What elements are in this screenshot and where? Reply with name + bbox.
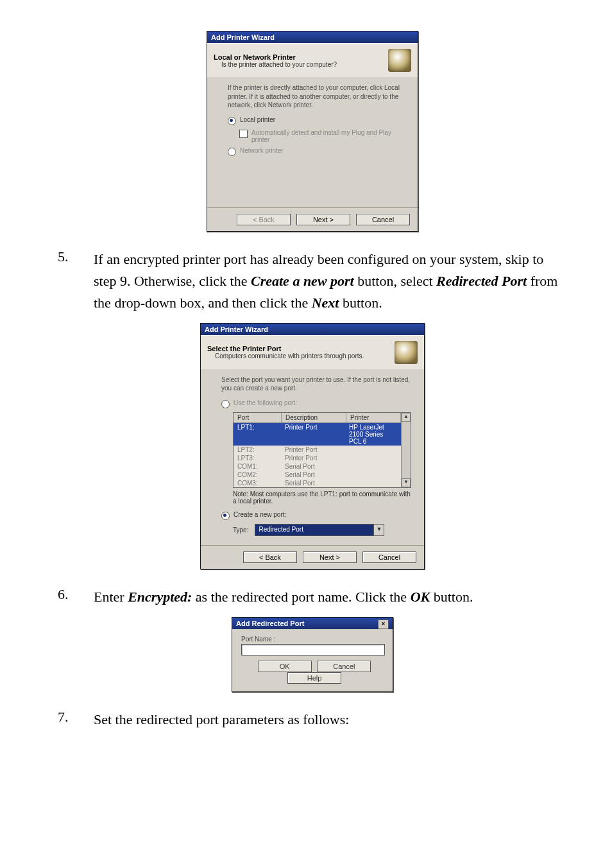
cancel-button[interactable]: Cancel xyxy=(356,214,410,225)
table-row[interactable]: COM1:Serial Port xyxy=(234,462,401,471)
step-text: If an encrypted printer port has already… xyxy=(94,248,567,314)
auto-detect-option[interactable]: Automatically detect and install my Plug… xyxy=(239,129,405,143)
help-button[interactable]: Help xyxy=(287,672,341,684)
step-number: 7. xyxy=(58,709,94,731)
add-printer-wizard-dialog-1: Add Printer Wizard Local or Network Prin… xyxy=(207,31,418,232)
step-6: 6. Enter Encrypted: as the redirected po… xyxy=(58,586,567,608)
step-number: 5. xyxy=(58,248,94,314)
port-table: Port Description Printer LPT1:Printer Po… xyxy=(233,412,411,488)
step-5: 5. If an encrypted printer port has alre… xyxy=(58,248,567,314)
col-description[interactable]: Description xyxy=(282,413,346,422)
step-text: Set the redirected port parameters as fo… xyxy=(94,709,567,731)
create-port-label: Create a new port: xyxy=(234,511,286,518)
header-title: Local or Network Printer xyxy=(214,53,388,61)
radio-network[interactable] xyxy=(228,148,236,156)
title-bar: Add Printer Wizard xyxy=(207,31,418,43)
back-button[interactable]: < Back xyxy=(237,214,291,225)
step-number: 6. xyxy=(58,586,94,608)
scrollbar[interactable]: ▲▼ xyxy=(401,413,411,487)
chevron-down-icon[interactable]: ▼ xyxy=(373,525,384,535)
table-row[interactable]: COM2:Serial Port xyxy=(234,471,401,479)
next-button[interactable]: Next > xyxy=(303,551,357,563)
port-type-combo[interactable]: Redirected Port ▼ xyxy=(255,524,384,536)
close-icon[interactable]: × xyxy=(378,620,389,629)
step-text: Enter Encrypted: as the redirected port … xyxy=(94,586,567,608)
intro-text: Select the port you want your printer to… xyxy=(221,376,411,393)
use-port-option[interactable]: Use the following port: xyxy=(221,399,411,408)
table-row[interactable]: LPT3:Printer Port xyxy=(234,454,401,462)
local-printer-option[interactable]: Local printer xyxy=(228,116,405,125)
note-text: Note: Most computers use the LPT1: port … xyxy=(233,490,411,505)
intro-text: If the printer is directly attached to y… xyxy=(228,83,405,110)
printer-icon xyxy=(388,49,411,72)
table-row[interactable]: COM3:Serial Port xyxy=(234,479,401,487)
port-name-input[interactable] xyxy=(241,644,385,655)
radio-local[interactable] xyxy=(228,117,236,125)
col-printer[interactable]: Printer xyxy=(346,413,401,422)
radio-use-port[interactable] xyxy=(221,400,230,408)
add-redirected-port-dialog: Add Redirected Port × Port Name : OK Can… xyxy=(232,617,393,692)
next-button[interactable]: Next > xyxy=(296,214,350,225)
col-port[interactable]: Port xyxy=(234,413,282,422)
scroll-down-icon[interactable]: ▼ xyxy=(402,478,411,487)
table-row[interactable]: LPT2:Printer Port xyxy=(234,446,401,454)
cancel-button[interactable]: Cancel xyxy=(317,661,371,672)
use-port-label: Use the following port: xyxy=(234,399,297,406)
dialog-header: Local or Network Printer Is the printer … xyxy=(207,43,418,77)
checkbox-auto[interactable] xyxy=(239,130,248,138)
network-printer-label: Network printer xyxy=(240,147,284,154)
title-bar: Add Printer Wizard xyxy=(201,324,424,335)
auto-detect-label: Automatically detect and install my Plug… xyxy=(251,129,405,143)
header-subtitle: Is the printer attached to your computer… xyxy=(214,61,388,68)
radio-create-port[interactable] xyxy=(221,512,230,520)
back-button[interactable]: < Back xyxy=(243,551,297,563)
title-bar: Add Redirected Port × xyxy=(232,618,393,629)
table-row[interactable]: LPT1:Printer PortHP LaserJet 2100 Series… xyxy=(234,423,401,446)
combo-value: Redirected Port xyxy=(255,525,373,535)
cancel-button[interactable]: Cancel xyxy=(362,551,416,563)
scroll-up-icon[interactable]: ▲ xyxy=(402,413,411,422)
port-name-label: Port Name : xyxy=(241,636,384,643)
header-title: Select the Printer Port xyxy=(207,345,395,352)
header-subtitle: Computers communicate with printers thro… xyxy=(207,352,395,360)
local-printer-label: Local printer xyxy=(240,116,275,123)
create-port-option[interactable]: Create a new port: xyxy=(221,511,411,520)
dialog-header: Select the Printer Port Computers commun… xyxy=(201,335,424,369)
ok-button[interactable]: OK xyxy=(258,661,312,672)
network-printer-option[interactable]: Network printer xyxy=(228,147,405,156)
add-printer-wizard-dialog-2: Add Printer Wizard Select the Printer Po… xyxy=(200,323,425,569)
type-label: Type: xyxy=(233,526,248,534)
step-7: 7. Set the redirected port parameters as… xyxy=(58,709,567,731)
printer-icon xyxy=(395,341,418,364)
